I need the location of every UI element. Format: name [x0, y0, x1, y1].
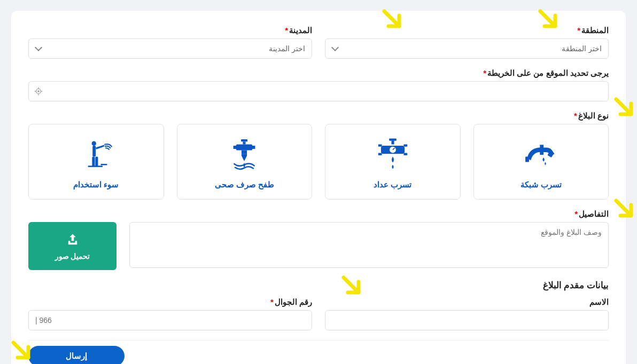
sewage-icon — [183, 136, 307, 173]
svg-rect-23 — [378, 144, 382, 146]
meterleak-icon — [331, 136, 455, 173]
divider — [28, 340, 609, 341]
type-misuse[interactable]: سوء استخدام — [28, 124, 164, 200]
svg-rect-8 — [92, 156, 95, 167]
svg-rect-25 — [403, 144, 407, 146]
svg-rect-31 — [75, 241, 77, 243]
type-label: سوء استخدام — [34, 180, 158, 189]
upload-icon — [65, 232, 80, 249]
locate-icon[interactable] — [34, 86, 43, 96]
details-textarea[interactable] — [129, 222, 609, 268]
name-input[interactable] — [325, 310, 609, 330]
svg-point-1 — [38, 91, 39, 92]
svg-rect-30 — [68, 241, 69, 243]
region-select[interactable]: اختر المنطقة — [325, 38, 609, 59]
city-label: المدينة* — [28, 26, 312, 35]
type-label: تسرب عداد — [331, 180, 455, 189]
map-label: يرجى تحديد الموقع من على الخريطة* — [28, 68, 609, 78]
svg-rect-11 — [100, 164, 107, 165]
svg-rect-24 — [378, 153, 382, 155]
type-label: تسرب شبكة — [479, 180, 603, 189]
upload-images-button[interactable]: تحميل صور — [28, 222, 116, 270]
svg-point-6 — [91, 141, 96, 146]
svg-rect-19 — [391, 141, 394, 145]
svg-rect-17 — [242, 151, 247, 154]
map-location-input[interactable] — [28, 81, 609, 101]
svg-rect-15 — [234, 146, 237, 149]
svg-rect-16 — [252, 146, 255, 149]
region-label: المنطقة* — [325, 26, 609, 35]
svg-rect-10 — [88, 165, 102, 167]
details-label: التفاصيل* — [28, 209, 609, 219]
type-sewage[interactable]: طفح صرف صحى — [177, 124, 313, 200]
svg-rect-18 — [389, 138, 397, 140]
svg-point-21 — [390, 147, 396, 153]
submit-button[interactable]: إرسال — [28, 346, 125, 364]
svg-rect-27 — [525, 156, 529, 162]
report-type-label: نوع البلاغ* — [28, 111, 609, 121]
svg-rect-14 — [236, 144, 253, 150]
annotation-arrow — [611, 96, 637, 123]
misuse-icon — [34, 136, 158, 173]
type-meterleak[interactable]: تسرب عداد — [325, 124, 461, 200]
svg-rect-26 — [403, 153, 407, 155]
phone-label: رقم الجوال* — [28, 297, 312, 307]
svg-rect-12 — [241, 139, 247, 141]
networkleak-icon — [479, 136, 603, 173]
reporter-section-title: بيانات مقدم البلاغ — [28, 280, 609, 291]
type-networkleak[interactable]: تسرب شبكة — [473, 124, 609, 200]
phone-input[interactable] — [28, 310, 312, 330]
upload-label: تحميل صور — [55, 252, 90, 260]
type-label: طفح صرف صحى — [183, 180, 307, 189]
svg-rect-7 — [92, 146, 96, 156]
annotation-arrow — [611, 197, 637, 224]
city-select[interactable]: اختر المدينة — [28, 38, 312, 59]
svg-rect-9 — [95, 156, 98, 167]
svg-rect-13 — [243, 141, 246, 144]
name-label: الاسم — [325, 297, 609, 307]
